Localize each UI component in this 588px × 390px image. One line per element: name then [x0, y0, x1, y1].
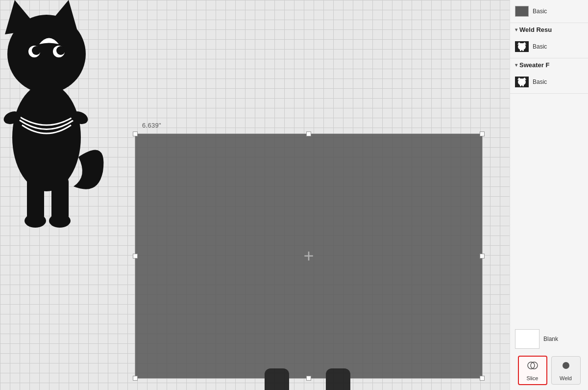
handle-top-mid[interactable]	[306, 131, 311, 136]
blank-item: Blank	[515, 327, 583, 351]
sweater-header: ▾ Sweater F	[510, 58, 588, 71]
handle-top-left[interactable]	[133, 131, 138, 136]
weld-thumbnail	[515, 41, 529, 52]
blank-swatch	[515, 329, 539, 349]
tool-buttons: Slice Weld	[515, 356, 583, 385]
svg-rect-19	[326, 368, 350, 390]
canvas-area[interactable]: 6.639" +	[0, 0, 510, 390]
handle-mid-right[interactable]	[480, 254, 485, 259]
dimension-label: 6.639"	[142, 122, 161, 129]
blank-label: Blank	[543, 336, 558, 342]
cat-silhouette	[0, 0, 108, 245]
svg-point-12	[32, 46, 41, 55]
weld-label: Weld	[560, 375, 572, 381]
sweater-label: Sweater F	[519, 61, 549, 69]
svg-point-6	[24, 214, 46, 228]
panel-item-basic: Basic	[515, 4, 583, 19]
svg-point-3	[12, 83, 81, 191]
handle-bottom-right[interactable]	[480, 376, 485, 381]
weld-result-section: ▾ Weld Resu Basic	[510, 23, 588, 58]
sweater-item: Basic	[510, 71, 588, 94]
svg-rect-28	[522, 49, 524, 51]
sweater-thumbnail	[515, 77, 529, 87]
slice-label: Slice	[527, 375, 539, 381]
svg-rect-32	[520, 84, 521, 86]
svg-point-2	[7, 15, 86, 93]
right-panel: Basic ▾ Weld Resu	[510, 0, 588, 390]
slice-button[interactable]: Slice	[518, 356, 547, 385]
svg-point-31	[518, 78, 526, 85]
svg-rect-27	[520, 49, 521, 51]
handle-top-right[interactable]	[480, 131, 485, 136]
svg-rect-14	[265, 368, 289, 390]
chevron-weld: ▾	[515, 27, 517, 32]
svg-point-7	[49, 214, 71, 228]
selection-rect[interactable]: +	[135, 133, 483, 379]
handle-bottom-left[interactable]	[133, 376, 138, 381]
svg-rect-33	[522, 84, 524, 86]
panel-section-basic: Basic	[510, 0, 588, 23]
weld-item-label: Basic	[533, 43, 547, 50]
color-swatch-dark	[515, 6, 529, 17]
slice-icon	[527, 360, 539, 374]
sweater-section: ▾ Sweater F Basic	[510, 58, 588, 94]
bottom-tools: Blank Slice	[510, 322, 588, 390]
weld-result-label: Weld Resu	[519, 26, 552, 33]
weld-button[interactable]: Weld	[551, 356, 581, 385]
crosshair: +	[303, 247, 314, 265]
svg-point-26	[518, 43, 526, 50]
sweater-item-label: Basic	[533, 78, 547, 85]
weld-thumbnail-item: Basic	[515, 39, 583, 54]
weld-result-header: ▾ Weld Resu	[510, 23, 588, 35]
weld-icon	[560, 360, 572, 374]
chevron-sweater: ▾	[515, 62, 517, 68]
sweater-thumbnail-item: Basic	[515, 75, 583, 89]
cat-legs-bottom	[235, 368, 382, 390]
svg-point-13	[56, 46, 65, 55]
panel-label-basic: Basic	[533, 8, 547, 15]
weld-result-item: Basic	[510, 35, 588, 58]
handle-mid-left[interactable]	[133, 254, 138, 259]
